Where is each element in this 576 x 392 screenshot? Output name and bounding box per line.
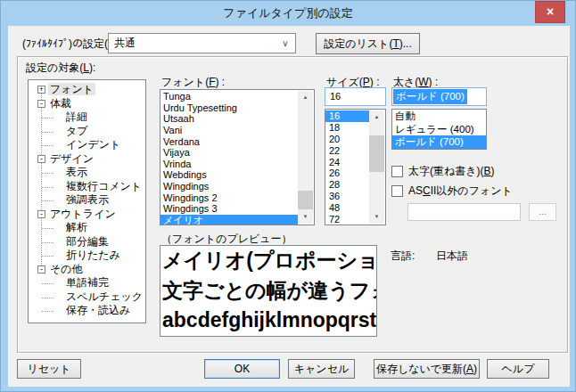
settings-tree[interactable]: + フォント - 体裁 詳細 タブ bbox=[28, 79, 146, 323]
tree-item[interactable]: 単語補完 bbox=[29, 276, 145, 290]
tree-item[interactable]: 複数行コメント bbox=[29, 180, 145, 194]
help-button[interactable]: ヘルプ bbox=[487, 359, 549, 379]
window-title: ファイルタイプ別の設定 bbox=[1, 1, 575, 25]
size-list-scrollbar[interactable]: ▲ ▼ bbox=[369, 110, 384, 224]
font-listbox[interactable]: Tunga Urdu Typesetting Utsaah Vani Verda… bbox=[160, 89, 315, 225]
font-list-item[interactable]: Vrinda bbox=[160, 159, 298, 170]
titlebar[interactable]: ファイルタイプ別の設定 × bbox=[1, 1, 575, 26]
font-list-scroll-thumb[interactable] bbox=[298, 191, 313, 209]
tree-item-label: スペルチェック bbox=[64, 290, 144, 303]
size-list-item[interactable]: 20 bbox=[325, 134, 369, 145]
non-ascii-font-checkbox[interactable] bbox=[391, 185, 403, 197]
language-label: 言語: bbox=[391, 249, 415, 263]
tree-item[interactable]: - アウトライン bbox=[29, 208, 145, 222]
font-preview-line: abcdefghijklmnopqrst bbox=[162, 306, 374, 336]
close-icon: × bbox=[547, 4, 554, 19]
tree-item[interactable]: 強調表示 bbox=[29, 193, 145, 208]
font-list-item[interactable]: メイリオ bbox=[160, 215, 298, 225]
tree-item-label: 体裁 bbox=[48, 97, 73, 110]
font-preview-line: 文字ごとの幅が違うフォン bbox=[162, 276, 374, 306]
tree-expander-icon[interactable]: + bbox=[37, 86, 45, 94]
dialog-body: (ﾌｧｲﾙﾀｲﾌﾟ)の設定(S): 共通 ∨ 設定のリスト(T)... 設定の対… bbox=[8, 26, 570, 387]
scroll-up-icon[interactable]: ▲ bbox=[298, 91, 313, 104]
weight-list-item[interactable]: ボールド (700) bbox=[392, 135, 486, 149]
size-list-item[interactable]: 28 bbox=[325, 179, 369, 191]
tree-expander-icon[interactable]: - bbox=[37, 155, 45, 163]
tree-item-label: 折りたたみ bbox=[64, 249, 122, 261]
settings-list-button[interactable]: 設定のリスト(T)... bbox=[316, 33, 420, 54]
size-list-item[interactable]: 26 bbox=[325, 167, 369, 179]
tree-expander-icon[interactable]: - bbox=[37, 265, 45, 274]
size-input[interactable]: 16 bbox=[325, 87, 386, 106]
cancel-button[interactable]: キャンセル bbox=[288, 359, 355, 379]
browse-font-button[interactable]: ... bbox=[529, 203, 556, 221]
font-list-item[interactable]: Urdu Typesetting bbox=[160, 102, 298, 114]
tree-item-label: その他 bbox=[48, 263, 85, 275]
size-list-item[interactable]: 18 bbox=[325, 122, 369, 134]
size-list-item[interactable]: 22 bbox=[325, 145, 369, 157]
font-list-item[interactable]: Vijaya bbox=[160, 147, 298, 159]
font-list-item[interactable]: Wingdings 3 bbox=[160, 203, 298, 215]
scroll-up-icon[interactable]: ▲ bbox=[369, 110, 384, 124]
ok-button[interactable]: OK bbox=[204, 359, 280, 379]
bold-overwrite-checkbox[interactable] bbox=[391, 166, 403, 177]
chevron-down-icon[interactable]: ∨ bbox=[278, 34, 292, 53]
weight-input-selected-text: ボールド (700) bbox=[393, 89, 467, 104]
tree-item-label: フォント bbox=[48, 83, 95, 95]
non-ascii-font-field[interactable] bbox=[407, 203, 521, 221]
tree-item[interactable]: + フォント bbox=[29, 83, 145, 97]
font-list-scrollbar[interactable]: ▲ ▼ bbox=[298, 91, 313, 224]
font-preview-line: メイリオ(プロポーショナ bbox=[162, 246, 374, 276]
weight-listbox[interactable]: 自動 レギュラー (400) ボールド (700) bbox=[391, 109, 487, 150]
tree-expander-icon[interactable]: - bbox=[37, 210, 45, 218]
tree-item-label: 強調表示 bbox=[64, 193, 111, 206]
weight-input[interactable]: ボールド (700) bbox=[391, 87, 487, 106]
tree-expander-icon[interactable]: - bbox=[37, 100, 45, 108]
tree-item[interactable]: スペルチェック bbox=[29, 290, 145, 305]
close-button[interactable]: × bbox=[535, 1, 565, 23]
update-without-save-button[interactable]: 保存しないで更新(A) bbox=[374, 359, 480, 379]
tree-item[interactable]: インデント bbox=[29, 138, 145, 152]
size-list-item[interactable]: 72 bbox=[325, 214, 369, 225]
font-preview-label: （フォントのプレビュー） bbox=[161, 233, 292, 246]
size-list-item[interactable]: 48 bbox=[325, 202, 369, 214]
reset-button[interactable]: リセット bbox=[17, 359, 81, 379]
size-listbox[interactable]: 16 18 20 22 24 26 28 36 48 72 bbox=[325, 109, 386, 225]
language-value: 日本語 bbox=[436, 249, 468, 263]
filetype-combobox-value: 共通 bbox=[114, 37, 136, 49]
size-list-item[interactable]: 16 bbox=[325, 110, 369, 122]
font-list-item[interactable]: Webdings bbox=[160, 169, 298, 181]
weight-list-item[interactable]: 自動 bbox=[392, 110, 486, 123]
tree-item[interactable]: 詳細 bbox=[29, 110, 145, 125]
tree-item-label: 詳細 bbox=[64, 110, 89, 123]
tree-item[interactable]: 部分編集 bbox=[29, 235, 145, 249]
scroll-down-icon[interactable]: ▼ bbox=[298, 210, 313, 224]
tree-item[interactable]: - その他 bbox=[29, 263, 145, 277]
tree-item[interactable]: - 体裁 bbox=[29, 97, 145, 111]
size-list-item[interactable]: 36 bbox=[325, 191, 369, 202]
tree-item[interactable]: 表示 bbox=[29, 166, 145, 180]
font-list-item[interactable]: Wingdings 2 bbox=[160, 192, 298, 204]
bold-overwrite-label: 太字(重ね書き)(B) bbox=[408, 165, 495, 178]
scroll-down-icon[interactable]: ▼ bbox=[369, 210, 384, 224]
size-list-scroll-thumb[interactable] bbox=[369, 135, 384, 172]
tree-item[interactable]: 折りたたみ bbox=[29, 249, 145, 263]
tree-item[interactable]: 保存・読込み bbox=[29, 304, 145, 318]
tree-item[interactable]: - デザイン bbox=[29, 152, 145, 167]
font-list-item[interactable]: Utsaah bbox=[160, 113, 298, 125]
filetype-combobox[interactable]: 共通 ∨ bbox=[108, 33, 296, 53]
font-list-item[interactable]: Vani bbox=[160, 125, 298, 136]
font-preview-box: メイリオ(プロポーショナ 文字ごとの幅が違うフォン abcdefghijklmn… bbox=[160, 245, 377, 337]
size-list-item[interactable]: 24 bbox=[325, 157, 369, 168]
filetype-settings-dialog: ファイルタイプ別の設定 × (ﾌｧｲﾙﾀｲﾌﾟ)の設定(S): 共通 ∨ 設定の… bbox=[0, 0, 576, 392]
font-list-item[interactable]: Verdana bbox=[160, 136, 298, 148]
target-label: 設定の対象(L): bbox=[26, 61, 95, 75]
tree-item[interactable]: 解析 bbox=[29, 221, 145, 235]
tree-item-label: 表示 bbox=[64, 166, 89, 178]
tree-item[interactable]: タブ bbox=[29, 125, 145, 139]
tree-item-label: 解析 bbox=[64, 221, 89, 233]
font-list-item[interactable]: Tunga bbox=[160, 91, 298, 102]
tree-item-label: 単語補完 bbox=[64, 276, 111, 289]
weight-list-item[interactable]: レギュラー (400) bbox=[392, 123, 486, 136]
font-list-item[interactable]: Wingdings bbox=[160, 181, 298, 192]
